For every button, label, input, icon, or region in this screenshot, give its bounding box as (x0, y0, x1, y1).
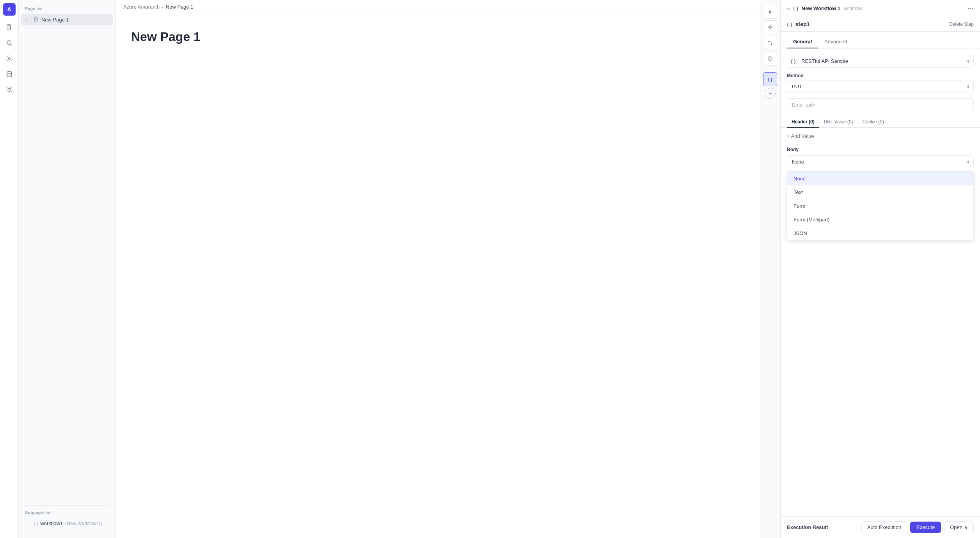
panel-workflow-icon: { } (793, 5, 799, 11)
sidebar-bottom: Subpage list › { } workflow1 (New Workfl… (19, 501, 115, 532)
toolbar-transfer-btn[interactable] (763, 36, 777, 50)
sidebar-item-workflow1[interactable]: › { } workflow1 (New Workflow 1) (21, 518, 113, 529)
method-label: Method (787, 73, 974, 78)
sidebar: Page list › New Page 1 Subpage list › { … (19, 0, 115, 538)
body-dropdown-overlay: None Text Form Form (Multipart) JSON (787, 171, 974, 240)
panel-expand-btn[interactable]: » (787, 5, 790, 12)
execute-btn[interactable]: Execute (910, 522, 941, 533)
main-content: Azure Amaranth / New Page 1 New Page 1 (115, 0, 760, 538)
toolbar-add-btn[interactable]: + (765, 88, 776, 99)
nav-settings-btn[interactable] (2, 52, 16, 66)
sidebar-item-new-page-1[interactable]: › New Page 1 (21, 14, 113, 25)
api-select-wrapper: { } RESTful API Sample ⬍ (787, 55, 974, 68)
app-logo: A (3, 3, 16, 16)
step-name: step1 (795, 21, 810, 27)
svg-point-3 (7, 71, 12, 73)
path-field (787, 98, 974, 111)
toolbar-hash-btn[interactable]: # (763, 5, 777, 19)
right-panel: » { } New Workflow 1 workflow1 ⋯ { } ste… (780, 0, 980, 538)
tab-bar: General Advanced (781, 32, 980, 48)
api-selector-field: { } RESTful API Sample ⬍ (787, 55, 974, 68)
panel-more-btn[interactable]: ⋯ (968, 5, 974, 12)
method-select[interactable]: PUT GET POST DELETE PATCH (787, 80, 974, 93)
method-select-wrapper: PUT GET POST DELETE PATCH ⬍ (787, 80, 974, 93)
body-label: Body (787, 147, 974, 152)
sidebar-item-label: New Page 1 (41, 17, 69, 23)
nav-pages-btn[interactable] (2, 20, 16, 34)
breadcrumb-separator: / (162, 4, 163, 10)
delete-step-btn[interactable]: Delete Step (949, 21, 974, 27)
toolbar-code-btn[interactable]: { } (763, 72, 777, 86)
execution-result-label: Execution Result (787, 524, 828, 530)
add-value-btn[interactable]: + Add Value (787, 131, 814, 141)
chevron-right-icon: › (26, 18, 31, 22)
panel-header: » { } New Workflow 1 workflow1 ⋯ (781, 0, 980, 17)
breadcrumb: Azure Amaranth / New Page 1 (115, 0, 760, 14)
page-list-label: Page list (19, 6, 115, 14)
sub-tabs-container: Header (0) URL Value (0) Cookie (0) + Ad… (787, 117, 974, 141)
dropdown-item-form-multipart[interactable]: Form (Multipart) (787, 213, 973, 226)
api-select[interactable]: RESTful API Sample (787, 55, 974, 68)
sub-tab-url-value[interactable]: URL Value (0) (819, 117, 858, 128)
step-left: { } step1 (787, 21, 810, 27)
footer-right: Auto Execution Execute Open ∧ (861, 521, 974, 533)
sidebar-divider (25, 505, 109, 506)
panel-body: { } RESTful API Sample ⬍ Method PUT GET … (781, 48, 980, 516)
nav-theme-btn[interactable] (2, 83, 16, 97)
body-select[interactable]: None Text Form Form (Multipart) JSON (787, 155, 974, 168)
svg-point-4 (8, 88, 11, 91)
nav-database-btn[interactable] (2, 67, 16, 81)
panel-title-area: { } New Workflow 1 workflow1 (793, 5, 968, 11)
dropdown-item-none[interactable]: None (787, 172, 973, 185)
chevron-right-icon-2: › (26, 521, 31, 526)
sub-tab-header[interactable]: Header (0) (787, 117, 819, 128)
panel-header-left: » (787, 5, 790, 12)
breadcrumb-page: New Page 1 (166, 4, 194, 10)
step-header: { } step1 Delete Step (781, 17, 980, 32)
dropdown-item-json[interactable]: JSON (787, 226, 973, 240)
toolbar-lightning-btn[interactable] (763, 20, 777, 34)
icon-bar: A (0, 0, 19, 538)
dropdown-item-form[interactable]: Form (787, 199, 973, 213)
nav-search-btn[interactable] (2, 36, 16, 50)
method-field: Method PUT GET POST DELETE PATCH ⬍ (787, 73, 974, 93)
toolbar-history-btn[interactable] (763, 52, 777, 66)
panel-workflow-name: New Workflow 1 (802, 5, 840, 11)
dropdown-item-text[interactable]: Text (787, 185, 973, 199)
workflow-icon: { } (34, 521, 38, 526)
sub-tabs: Header (0) URL Value (0) Cookie (0) (781, 117, 980, 128)
subpage-item-label: workflow1 (40, 520, 63, 526)
sub-tab-content: + Add Value (787, 128, 974, 141)
panel-workflow-id: workflow1 (843, 6, 864, 11)
page-icon (34, 16, 39, 23)
panel-footer: Execution Result Auto Execution Execute … (781, 516, 980, 538)
toolbar-divider (765, 69, 776, 69)
page-title: New Page 1 (131, 30, 744, 44)
tab-general[interactable]: General (787, 36, 818, 48)
svg-point-1 (7, 41, 11, 45)
sub-tab-cookie[interactable]: Cookie (0) (858, 117, 888, 128)
right-toolbar: # { } + (760, 0, 780, 538)
page-content: New Page 1 (115, 14, 760, 538)
open-btn[interactable]: Open ∧ (944, 521, 974, 533)
open-btn-label: Open (950, 524, 962, 530)
auto-execution-btn[interactable]: Auto Execution (861, 521, 907, 533)
subpage-list-label: Subpage list (19, 510, 115, 518)
step-icon: { } (787, 21, 792, 27)
svg-point-2 (8, 58, 10, 60)
tab-advanced[interactable]: Advanced (818, 36, 853, 48)
path-input[interactable] (787, 98, 974, 111)
subpage-item-sublabel: (New Workflow 1) (65, 521, 102, 526)
body-select-wrapper: None Text Form Form (Multipart) JSON ⬍ (787, 155, 974, 168)
body-section: Body None Text Form Form (Multipart) JSO… (787, 147, 974, 240)
open-btn-chevron-icon: ∧ (964, 524, 968, 530)
breadcrumb-workspace: Azure Amaranth (123, 4, 160, 10)
